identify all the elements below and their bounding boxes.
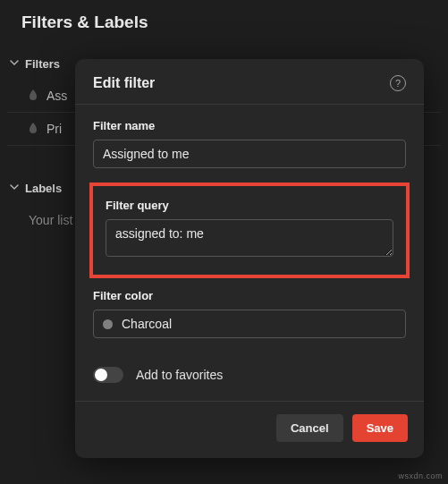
- modal-body: Filter name Filter query assigned to: me…: [75, 105, 424, 401]
- filter-color-value: Charcoal: [122, 317, 172, 331]
- save-button[interactable]: Save: [352, 414, 408, 442]
- favorites-toggle[interactable]: [93, 367, 123, 383]
- filter-name-label: Filter name: [93, 119, 406, 132]
- modal-header: Edit filter ?: [75, 59, 424, 105]
- filters-title: Filters: [25, 57, 60, 71]
- filter-color-label: Filter color: [93, 289, 406, 302]
- filter-query-highlight: Filter query assigned to: me: [89, 183, 410, 278]
- filter-color-select[interactable]: Charcoal: [93, 310, 406, 338]
- add-to-favorites-row: Add to favorites: [93, 351, 406, 394]
- color-swatch-icon: [103, 319, 113, 329]
- favorites-toggle-label: Add to favorites: [136, 368, 223, 382]
- edit-filter-modal: Edit filter ? Filter name Filter query a…: [75, 59, 424, 458]
- page-title: Filters & Labels: [0, 0, 448, 45]
- modal-title: Edit filter: [93, 75, 155, 91]
- toggle-knob-icon: [95, 369, 107, 381]
- filter-query-input[interactable]: assigned to: me: [106, 219, 393, 257]
- filter-name-field: Filter name: [93, 119, 406, 168]
- chevron-down-icon: [9, 182, 20, 195]
- filter-color-field: Filter color Charcoal: [93, 289, 406, 338]
- cancel-button[interactable]: Cancel: [276, 414, 343, 442]
- watermark-text: wsxdn.com: [398, 471, 443, 480]
- filter-name-input[interactable]: [93, 140, 406, 168]
- help-icon[interactable]: ?: [390, 75, 406, 91]
- filter-query-label: Filter query: [106, 199, 393, 212]
- chevron-down-icon: [9, 57, 20, 71]
- filter-icon: [29, 123, 38, 135]
- labels-title: Labels: [25, 182, 62, 195]
- list-item-label: Ass: [46, 89, 67, 103]
- list-item-label: Pri: [46, 122, 62, 136]
- filter-icon: [29, 89, 38, 102]
- modal-footer: Cancel Save: [75, 401, 424, 458]
